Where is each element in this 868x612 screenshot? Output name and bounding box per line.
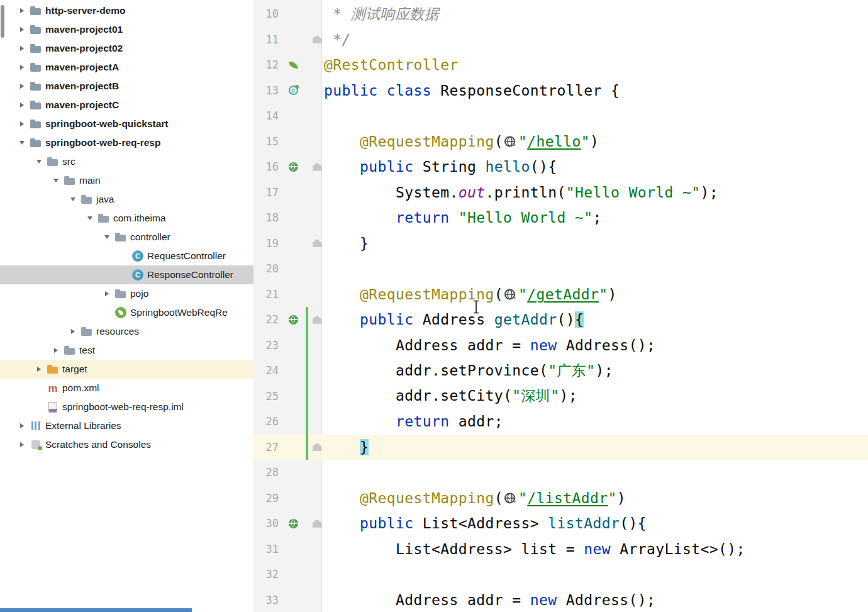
tree-item-maven-project02[interactable]: maven-project02 (0, 39, 253, 58)
tree-item-maven-projectb[interactable]: maven-projectB (0, 77, 253, 96)
line-number[interactable]: 11 (253, 33, 281, 46)
code-line-14[interactable]: 14 (253, 103, 868, 129)
code-line-16[interactable]: 16 public String hello(){ (253, 154, 868, 180)
tree-item-pojo[interactable]: pojo (0, 284, 253, 303)
line-number[interactable]: 26 (253, 415, 281, 428)
chevron-collapsed-icon[interactable] (14, 114, 30, 133)
code-text[interactable]: @RequestMapping("/listAddr") (324, 490, 626, 506)
code-line-24[interactable]: 24 addr.setProvince("广东"); (253, 358, 868, 384)
code-line-23[interactable]: 23 Address addr = new Address(); (253, 333, 868, 359)
code-line-20[interactable]: 20 (253, 256, 868, 282)
code-text[interactable]: Address addr = new Address(); (324, 592, 655, 608)
line-number[interactable]: 28 (253, 466, 281, 479)
code-line-12[interactable]: 12@RestController (253, 52, 868, 78)
url-globe-icon[interactable] (504, 492, 517, 505)
tree-item-responsecontroller[interactable]: CResponseController (0, 265, 253, 284)
code-line-15[interactable]: 15 @RequestMapping("/hello") (253, 129, 868, 155)
line-number[interactable]: 27 (253, 441, 281, 453)
spring-controller-icon[interactable] (281, 78, 305, 104)
line-number[interactable]: 15 (253, 135, 281, 148)
code-text[interactable]: public Address getAddr(){ (324, 311, 584, 328)
line-number[interactable]: 16 (253, 160, 281, 173)
tree-item-scratches-and-consoles[interactable]: Scratches and Consoles (0, 435, 253, 454)
code-line-19[interactable]: 19 } (253, 231, 868, 257)
url-globe-icon[interactable] (504, 135, 517, 148)
code-text[interactable]: public List<Address> listAddr(){ (324, 515, 647, 531)
fold-marker-icon[interactable] (305, 511, 324, 537)
code-text[interactable]: * 测试响应数据 (324, 4, 439, 24)
chevron-collapsed-icon[interactable] (14, 435, 30, 454)
tree-item-springboot-web-req-resp-iml[interactable]: springboot-web-req-resp.iml (0, 398, 253, 416)
code-line-29[interactable]: 29 @RequestMapping("/listAddr") (253, 486, 868, 511)
tree-item-resources[interactable]: resources (0, 322, 253, 341)
line-number[interactable]: 19 (253, 237, 281, 250)
line-number[interactable]: 31 (253, 543, 281, 555)
line-number[interactable]: 25 (253, 390, 281, 403)
tree-item-maven-project01[interactable]: maven-project01 (0, 20, 253, 39)
code-line-10[interactable]: 10 * 测试响应数据 (253, 1, 868, 27)
tree-item-com-itheima[interactable]: com.itheima (0, 209, 253, 228)
code-editor[interactable]: 10 * 测试响应数据11 */12@RestController13publi… (253, 0, 868, 612)
line-number[interactable]: 12 (253, 58, 281, 71)
url-link[interactable]: /listAddr (527, 490, 608, 506)
code-text[interactable]: return addr; (324, 413, 503, 430)
line-number[interactable]: 33 (253, 594, 281, 606)
chevron-collapsed-icon[interactable] (14, 58, 30, 77)
chevron-collapsed-icon[interactable] (14, 416, 30, 435)
code-text[interactable]: List<Address> list = new ArrayList<>(); (324, 541, 745, 557)
code-line-11[interactable]: 11 */ (253, 27, 868, 53)
code-text[interactable]: */ (324, 31, 351, 48)
chevron-expanded-icon[interactable] (99, 228, 115, 247)
tree-item-src[interactable]: src (0, 152, 253, 171)
request-mapping-icon[interactable] (281, 307, 305, 333)
code-text[interactable]: @RequestMapping("/getAddr") (324, 286, 617, 303)
line-number[interactable]: 24 (253, 364, 281, 377)
tree-item-test[interactable]: test (0, 341, 253, 360)
tree-item-maven-projectc[interactable]: maven-projectC (0, 96, 253, 114)
code-line-27[interactable]: 27 } (253, 435, 868, 460)
request-mapping-icon[interactable] (281, 511, 305, 537)
tree-item-controller[interactable]: controller (0, 228, 253, 247)
line-number[interactable]: 17 (253, 186, 281, 199)
tree-item-http-server-demo[interactable]: http-server-demo (0, 1, 253, 20)
chevron-collapsed-icon[interactable] (31, 360, 47, 379)
code-text[interactable]: @RequestMapping("/hello") (324, 133, 599, 150)
chevron-collapsed-icon[interactable] (14, 20, 30, 39)
code-text[interactable]: } (324, 439, 369, 455)
code-line-21[interactable]: 21 @RequestMapping("/getAddr") (253, 282, 868, 308)
chevron-expanded-icon[interactable] (14, 133, 30, 152)
tree-item-java[interactable]: java (0, 190, 253, 209)
url-globe-icon[interactable] (504, 288, 517, 301)
chevron-collapsed-icon[interactable] (48, 341, 64, 360)
line-number[interactable]: 29 (253, 492, 281, 504)
url-link[interactable]: /getAddr (527, 286, 599, 303)
code-line-31[interactable]: 31 List<Address> list = new ArrayList<>(… (253, 537, 868, 562)
line-number[interactable]: 23 (253, 339, 281, 352)
chevron-expanded-icon[interactable] (65, 190, 81, 209)
chevron-collapsed-icon[interactable] (14, 39, 30, 58)
fold-marker-icon[interactable] (305, 231, 324, 257)
tree-item-springboot-web-quickstart[interactable]: springboot-web-quickstart (0, 114, 253, 133)
code-text[interactable]: addr.setProvince("广东"); (324, 361, 613, 381)
line-number[interactable]: 32 (253, 568, 281, 581)
line-number[interactable]: 18 (253, 211, 281, 224)
chevron-collapsed-icon[interactable] (14, 77, 30, 96)
code-line-26[interactable]: 26 return addr; (253, 409, 868, 435)
tree-horizontal-scrollbar[interactable] (0, 608, 192, 612)
chevron-collapsed-icon[interactable] (65, 322, 81, 341)
tree-item-external-libraries[interactable]: External Libraries (0, 416, 253, 435)
code-text[interactable]: } (324, 235, 369, 252)
line-number[interactable]: 14 (253, 109, 281, 122)
fold-marker-icon[interactable] (305, 154, 324, 180)
tree-item-maven-projecta[interactable]: maven-projectA (0, 58, 253, 77)
code-line-32[interactable]: 32 (253, 562, 868, 587)
vcs-change-marker[interactable] (306, 307, 308, 460)
tree-item-requestcontroller[interactable]: CRequestController (0, 247, 253, 265)
spring-bean-icon[interactable] (281, 52, 305, 78)
url-link[interactable]: /hello (527, 133, 581, 150)
chevron-collapsed-icon[interactable] (99, 284, 115, 303)
tree-vertical-scrollbar[interactable] (1, 5, 4, 38)
code-text[interactable]: public String hello(){ (324, 159, 557, 175)
code-text[interactable]: public class ResponseController { (324, 82, 620, 99)
request-mapping-icon[interactable] (281, 154, 305, 180)
